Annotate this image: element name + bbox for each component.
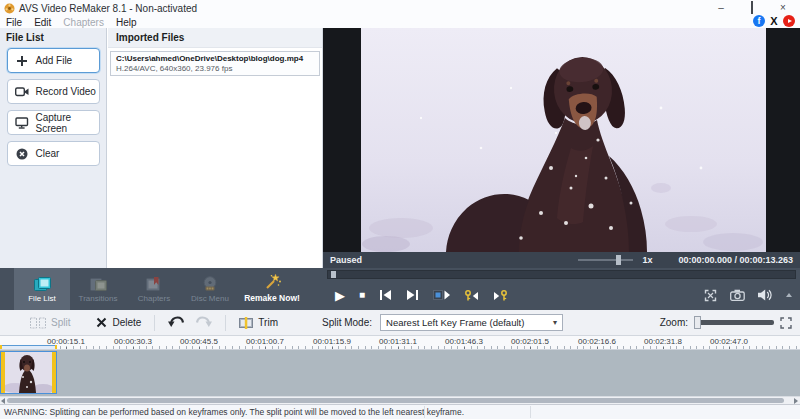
video-frame <box>361 28 766 252</box>
timeline-zoom-slider[interactable] <box>694 320 774 325</box>
chapters-icon <box>146 276 162 291</box>
previous-keyframe-button[interactable] <box>464 290 479 301</box>
dog-video-still <box>361 28 766 252</box>
zoom-fit-button[interactable] <box>780 317 792 329</box>
plus-icon <box>15 55 29 67</box>
edit-toolbar: Split Delete Trim Split Mode: Nearest Le… <box>0 310 800 336</box>
remake-now-label: Remake Now! <box>244 293 300 303</box>
menu-chapters: Chapters <box>57 17 110 28</box>
record-video-label: Record Video <box>36 86 96 97</box>
capture-screen-button[interactable]: Capture Screen <box>7 110 100 135</box>
split-icon <box>30 317 46 329</box>
speed-slider[interactable] <box>578 259 633 261</box>
ruler-tick: 00:01:00.7 <box>241 337 289 346</box>
monitor-icon <box>15 117 29 129</box>
clip-thumbnail <box>5 352 52 393</box>
tab-disc-menu[interactable]: Disc Menu <box>182 268 238 310</box>
app-logo-icon <box>4 3 15 14</box>
file-path: C:\Users\ahmed\OneDrive\Desktop\blog\dog… <box>116 54 314 63</box>
view-tabs: File List Transitions Chapters Disc Menu… <box>14 268 306 310</box>
next-scene-button[interactable] <box>433 290 450 300</box>
ruler-tick: 00:00:30.3 <box>109 337 157 346</box>
ruler-tick: 00:01:46.3 <box>440 337 488 346</box>
film-strip-icon <box>34 276 51 291</box>
minimize-button[interactable]: – <box>714 1 728 14</box>
remake-now-button[interactable]: Remake Now! <box>238 268 306 310</box>
play-button[interactable]: ▶ <box>335 289 345 302</box>
ruler-tick: 00:00:45.5 <box>175 337 223 346</box>
facebook-icon[interactable]: f <box>753 15 765 27</box>
delete-button[interactable]: Delete <box>96 317 141 328</box>
fullscreen-button[interactable] <box>704 289 717 302</box>
scroll-right-icon[interactable] <box>794 398 798 404</box>
youtube-icon[interactable] <box>783 15 795 27</box>
ruler-clip-extent <box>0 345 57 349</box>
next-frame-button[interactable] <box>406 290 419 300</box>
ruler-tick: 00:01:31.1 <box>374 337 422 346</box>
undo-icon <box>168 315 185 328</box>
next-keyframe-button[interactable] <box>493 290 508 301</box>
menu-edit[interactable]: Edit <box>28 17 57 28</box>
video-clip[interactable] <box>0 351 57 394</box>
file-list-sidebar: File List Add File Record Video Capture … <box>0 28 107 268</box>
timecode: 00:00:00.000 / 00:00:13.263 <box>678 255 793 265</box>
timeline-zoom-handle[interactable] <box>694 316 701 329</box>
menu-help[interactable]: Help <box>110 17 143 28</box>
menu-bar: File Edit Chapters Help <box>0 16 800 28</box>
snapshot-button[interactable] <box>730 289 745 301</box>
redo-icon <box>195 315 212 328</box>
transitions-icon <box>90 276 107 291</box>
record-video-button[interactable]: Record Video <box>7 79 100 104</box>
trim-button[interactable]: Trim <box>239 317 278 329</box>
volume-expander-icon[interactable] <box>786 293 792 297</box>
add-file-button[interactable]: Add File <box>7 48 100 73</box>
camcorder-icon <box>15 86 29 97</box>
ruler-tick: 00:02:31.8 <box>639 337 687 346</box>
video-preview-area: Paused 1x 00:00:00.000 / 00:00:13.263 <box>323 28 800 268</box>
ruler-tick: 00:02:01.5 <box>506 337 554 346</box>
undo-button[interactable] <box>168 315 185 330</box>
ruler-tick: 00:02:16.6 <box>573 337 621 346</box>
delete-label: Delete <box>112 317 141 328</box>
add-file-label: Add File <box>36 55 73 66</box>
split-mode-value: Nearest Left Key Frame (default) <box>386 317 524 328</box>
file-list-item[interactable]: C:\Users\ahmed\OneDrive\Desktop\blog\dog… <box>110 51 320 76</box>
timeline-ruler[interactable]: 00:00:15.1 00:00:30.3 00:00:45.5 00:01:0… <box>0 336 800 350</box>
tab-transitions[interactable]: Transitions <box>70 268 126 310</box>
close-button[interactable]: × <box>776 1 790 14</box>
playback-status: Paused <box>330 255 362 265</box>
zoom-label: Zoom: <box>660 317 688 328</box>
seek-bar[interactable] <box>327 270 796 279</box>
delete-x-icon <box>96 317 107 328</box>
clip-trim-handle-left[interactable] <box>1 352 5 393</box>
previous-frame-button[interactable] <box>379 290 392 300</box>
x-twitter-icon[interactable]: X <box>768 15 780 27</box>
menu-file[interactable]: File <box>0 17 28 28</box>
capture-screen-label: Capture Screen <box>36 112 99 134</box>
speed-slider-handle[interactable] <box>616 255 621 265</box>
app-window: AVS Video ReMaker 8.1 - Non-activated – … <box>0 0 800 419</box>
redo-button <box>195 315 212 330</box>
scroll-left-icon[interactable] <box>1 398 5 404</box>
tab-file-list-label: File List <box>28 294 56 303</box>
trim-icon <box>239 317 253 329</box>
timeline-track[interactable] <box>0 350 800 396</box>
volume-button[interactable] <box>758 289 773 301</box>
tab-file-list[interactable]: File List <box>14 268 70 310</box>
clear-label: Clear <box>36 148 60 159</box>
file-info: H.264/AVC, 640x360, 23.976 fps <box>116 64 314 73</box>
seek-handle[interactable] <box>331 271 336 278</box>
ruler-tick: 00:01:15.9 <box>308 337 356 346</box>
split-mode-select[interactable]: Nearest Left Key Frame (default) ▾ <box>380 314 563 331</box>
scrollbar-thumb[interactable] <box>7 398 784 403</box>
maximize-button[interactable] <box>745 1 759 14</box>
timeline-scrollbar[interactable] <box>0 396 800 405</box>
tab-chapters[interactable]: Chapters <box>126 268 182 310</box>
clip-trim-handle-right[interactable] <box>52 352 56 393</box>
stop-button[interactable]: ■ <box>359 290 365 300</box>
trim-label: Trim <box>258 317 278 328</box>
clear-button[interactable]: Clear <box>7 141 100 166</box>
imported-files-header: Imported Files <box>108 28 322 48</box>
imported-files-panel: Imported Files C:\Users\ahmed\OneDrive\D… <box>108 28 323 268</box>
tab-disc-menu-label: Disc Menu <box>191 294 229 303</box>
